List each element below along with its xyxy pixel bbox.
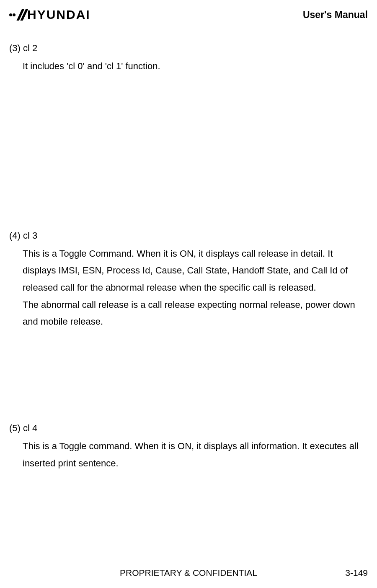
spacer (9, 330, 368, 423)
logo-text: HYUNDAI (27, 8, 90, 22)
section-cl3-title: (4) cl 3 (9, 230, 368, 241)
section-cl2-body: It includes 'cl 0' and 'cl 1' function. (9, 58, 368, 75)
section-cl2: (3) cl 2 It includes 'cl 0' and 'cl 1' f… (9, 43, 368, 75)
section-cl2-title: (3) cl 2 (9, 43, 368, 54)
hyundai-logo: HYUNDAI (9, 8, 90, 22)
manual-label: User's Manual (303, 9, 368, 21)
section-cl3: (4) cl 3 This is a Toggle Command. When … (9, 230, 368, 330)
spacer (9, 75, 368, 230)
section-cl3-body1: This is a Toggle Command. When it is ON,… (9, 245, 368, 297)
logo-dots-icon (9, 13, 16, 16)
footer-page-number: 3-149 (345, 568, 368, 578)
page-header: HYUNDAI User's Manual (0, 0, 377, 26)
section-cl3-body2: The abnormal call release is a call rele… (9, 297, 368, 330)
section-cl4-title: (5) cl 4 (9, 423, 368, 434)
page-footer: PROPRIETARY & CONFIDENTIAL 3-149 (0, 568, 377, 578)
logo-slash-icon (17, 9, 27, 21)
footer-confidential: PROPRIETARY & CONFIDENTIAL (120, 568, 257, 578)
section-cl4: (5) cl 4 This is a Toggle command. When … (9, 423, 368, 472)
page-content: (3) cl 2 It includes 'cl 0' and 'cl 1' f… (0, 43, 377, 472)
section-cl4-body: This is a Toggle command. When it is ON,… (9, 438, 368, 472)
